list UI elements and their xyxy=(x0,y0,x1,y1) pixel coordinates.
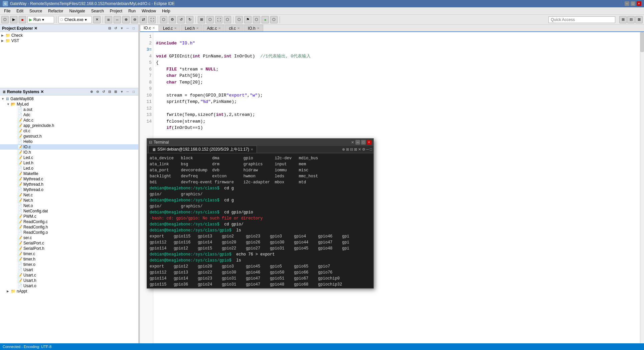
toolbar-btn-14[interactable]: ⬡ xyxy=(224,16,231,23)
project-check[interactable]: ▶ 📁 Check xyxy=(0,33,138,38)
project-explorer-menu-icon[interactable]: ▾ xyxy=(119,26,124,31)
terminal-ssh-tab[interactable]: 🖥 SSH debian@192.168.0.152 (2020/5/29 上午… xyxy=(148,146,257,153)
rs-refresh-icon[interactable]: ↺ xyxy=(101,89,106,95)
menu-project[interactable]: Project xyxy=(107,8,125,14)
tab-cli-c-close[interactable]: ✕ xyxy=(237,26,240,30)
toolbar-btn-17[interactable]: ⬡ xyxy=(253,16,260,23)
terminal-content[interactable]: ata_device block dma gpio i2c-dev mdio_b… xyxy=(147,153,373,288)
rs-file-usart[interactable]: 📄 Usart xyxy=(0,267,138,273)
rs-disconnect-icon[interactable]: ⊖ xyxy=(95,89,100,95)
perspective-btn-1[interactable]: ⊞ xyxy=(619,16,627,23)
rs-file-timer-h[interactable]: 📝 timer.h xyxy=(0,256,138,262)
rs-gateway-host[interactable]: ▼ 🖥 GateWay808 xyxy=(0,96,138,102)
rs-file-readconfig-c[interactable]: 📝 ReadConfig.c xyxy=(0,219,138,224)
perspective-btn-3[interactable]: ⊠ xyxy=(635,16,643,23)
menu-window[interactable]: Window xyxy=(139,8,159,14)
toolbar-btn-1[interactable]: ✕ xyxy=(93,16,101,23)
open-perspective-button[interactable]: ⊞ xyxy=(105,16,112,23)
rs-myled-folder[interactable]: ▼ 📂 MyLed xyxy=(0,102,138,107)
toolbar-btn-4[interactable]: ⊖ xyxy=(131,16,138,23)
menu-run[interactable]: Run xyxy=(126,8,138,14)
toolbar-btn-15[interactable]: ⬡ xyxy=(235,16,243,23)
rs-file-mythread-o[interactable]: 📄 Mythread.o xyxy=(0,187,138,192)
editor-scrollbar[interactable] xyxy=(640,32,644,343)
term-maximize-btn[interactable]: □ xyxy=(361,140,366,145)
stop-button[interactable]: ■ xyxy=(19,16,26,23)
rs-file-io-h[interactable]: 📝 IO.h xyxy=(0,150,138,155)
close-button[interactable]: ✕ xyxy=(637,1,641,6)
rs-file-app-pre[interactable]: 📝 app_preinclude.h xyxy=(0,123,138,128)
toolbar-btn-2[interactable]: ↔ xyxy=(114,16,121,23)
rs-file-adc-c[interactable]: 📝 Adc.c xyxy=(0,118,138,123)
tab-io-h-close[interactable]: ✕ xyxy=(257,26,260,30)
term-close-btn[interactable]: ✕ xyxy=(367,140,371,145)
toolbar-btn-16[interactable]: ⚑ xyxy=(244,16,252,23)
quick-access-field[interactable] xyxy=(548,16,615,23)
rs-file-gwstruct[interactable]: 📝 gwstruct.h xyxy=(0,134,138,139)
tab-led-h-close[interactable]: ✕ xyxy=(196,26,199,30)
rs-file-readconfig-h[interactable]: 📝 ReadConfig.h xyxy=(0,224,138,230)
rs-file-led-h[interactable]: 📝 Led.h xyxy=(0,160,138,166)
tab-led-c[interactable]: Led.c ✕ xyxy=(159,25,180,31)
toolbar-btn-7[interactable]: ⬡ xyxy=(160,16,167,23)
rs-file-hello[interactable]: 📄 Hello xyxy=(0,139,138,144)
term-settings-icon[interactable]: ⚙ xyxy=(362,147,365,152)
tab-adc-c-close[interactable]: ✕ xyxy=(218,26,221,30)
rs-minimize-icon[interactable]: ─ xyxy=(125,89,130,95)
rs-file-ser-c[interactable]: 📝 ser.c xyxy=(0,235,138,240)
menu-search[interactable]: Search xyxy=(89,8,107,14)
rs-file-readconfig-o[interactable]: 📄 ReadConfig.o xyxy=(0,230,138,235)
rs-maximize-icon[interactable]: □ xyxy=(131,89,136,95)
term-minimize2-icon[interactable]: ─ xyxy=(366,147,369,152)
rs-file-pwm-c[interactable]: 📝 PWM.c xyxy=(0,214,138,219)
term-copy-icon[interactable]: ⊟ xyxy=(350,147,353,152)
toolbar-btn-13[interactable]: ⛶ xyxy=(215,16,222,23)
term-clear-icon[interactable]: ✕ xyxy=(358,147,361,152)
exe-combo[interactable]: ⬡ Check.exe ▾ xyxy=(58,16,92,23)
toolbar-btn-8[interactable]: ⚙ xyxy=(169,16,176,23)
rs-file-usart-o[interactable]: 📄 Usart.o xyxy=(0,283,138,289)
rs-file-net-o[interactable]: 📄 Net.o xyxy=(0,203,138,208)
tab-led-h[interactable]: Led.h ✕ xyxy=(181,25,202,31)
maximize-button[interactable]: □ xyxy=(631,1,635,6)
toolbar-btn-11[interactable]: ⊞ xyxy=(198,16,205,23)
tab-io-c[interactable]: IO.c ✕ xyxy=(140,25,159,31)
term-new-icon[interactable]: ⊕ xyxy=(342,147,345,152)
rs-nappt-folder[interactable]: ▶ 📁 nAppt xyxy=(0,289,138,294)
rs-file-net-c[interactable]: 📝 Net.c xyxy=(0,192,138,198)
toolbar-btn-19[interactable]: ⬡ xyxy=(270,16,278,23)
menu-edit[interactable]: Edit xyxy=(14,8,26,14)
run-ext-button[interactable]: ▶ xyxy=(10,16,17,23)
tab-cli-c[interactable]: cli.c ✕ xyxy=(225,25,244,31)
menu-navigate[interactable]: Navigate xyxy=(66,8,88,14)
rs-file-netconfig[interactable]: 📄 NetConfig.dat xyxy=(0,208,138,214)
rs-file-serialport-h[interactable]: 📝 SerialPort.h xyxy=(0,246,138,251)
rs-file-led-c[interactable]: 📝 Led.c xyxy=(0,155,138,160)
new-button[interactable]: ⬡ xyxy=(1,16,9,23)
menu-file[interactable]: File xyxy=(1,8,13,14)
rs-file-led-o[interactable]: 📄 Led.o xyxy=(0,166,138,171)
rs-file-io-c[interactable]: 📝 IO.c xyxy=(0,144,138,150)
rs-collapse-icon[interactable]: ⊟ xyxy=(107,89,112,95)
perspective-btn-2[interactable]: ⊟ xyxy=(627,16,635,23)
rs-file-net-h[interactable]: 📝 Net.h xyxy=(0,198,138,203)
toolbar-btn-10[interactable]: ↻ xyxy=(186,16,193,23)
term-maximize2-icon[interactable]: □ xyxy=(370,147,372,152)
rs-file-makefile[interactable]: 📝 Makefile xyxy=(0,171,138,176)
minimize-button[interactable]: ─ xyxy=(625,1,629,6)
rs-file-mythread-c[interactable]: 📝 Mythread.c xyxy=(0,176,138,182)
terminal-tab-close[interactable]: ✕ xyxy=(251,148,253,151)
toolbar-btn-12[interactable]: ⬡ xyxy=(206,16,214,23)
toolbar-btn-9[interactable]: ↺ xyxy=(177,16,185,23)
term-paste-icon[interactable]: ⊠ xyxy=(354,147,357,152)
toolbar-btn-5[interactable]: ⇄ xyxy=(140,16,147,23)
run-combo[interactable]: ▶ Run ▾ xyxy=(27,16,54,23)
rs-file-adc[interactable]: 📄 Adc xyxy=(0,112,138,118)
term-minimize-btn[interactable]: ─ xyxy=(355,140,360,145)
minimize-panel-icon[interactable]: ─ xyxy=(125,26,130,31)
toolbar-btn-3[interactable]: ⊕ xyxy=(122,16,130,23)
menu-source[interactable]: Source xyxy=(27,8,45,14)
toolbar-btn-18[interactable]: ● xyxy=(262,16,269,23)
menu-refactor[interactable]: Refactor xyxy=(45,8,66,14)
rs-file-cli[interactable]: 📝 cli.c xyxy=(0,128,138,134)
